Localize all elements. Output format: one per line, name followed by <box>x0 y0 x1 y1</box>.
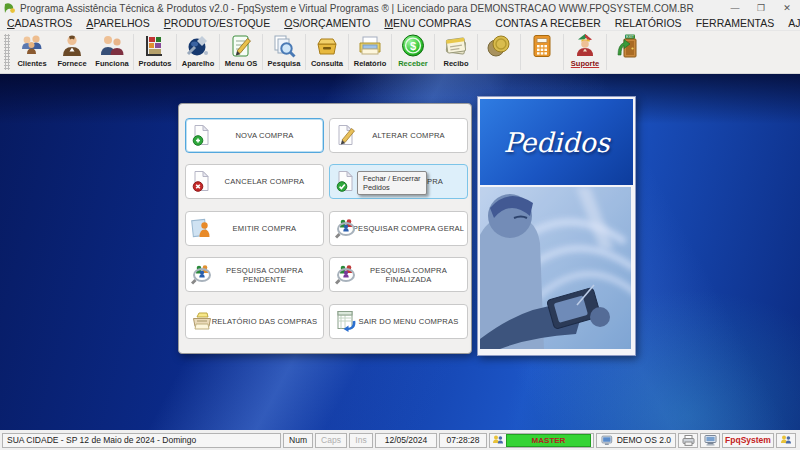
exit-door-icon: EXIT <box>615 33 641 59</box>
pesquisa-compra-pendente-button[interactable]: PESQUISA COMPRA PENDENTE <box>185 257 324 292</box>
menu-compras-dialog: NOVA COMPRA ALTERAR COMPRA CANCELAR COMP… <box>178 103 472 354</box>
toolbar-grip-handle[interactable] <box>4 34 10 70</box>
status-time: 07:28:28 <box>439 433 487 448</box>
menubar: CADASTROS APARELHOS PRODUTO/ESTOQUE OS/O… <box>0 16 800 30</box>
close-button[interactable]: ✕ <box>774 0 800 16</box>
coins-icon <box>486 33 512 59</box>
toolbar-relatorio-button[interactable]: Relatório <box>350 31 390 73</box>
menu-relatorios[interactable]: RELATÓRIOS <box>608 17 689 29</box>
pesquisar-compra-geral-button[interactable]: PESQUISAR COMPRA GERAL <box>329 211 468 246</box>
drawer-icon <box>314 33 340 59</box>
calculator-icon <box>529 33 555 59</box>
alterar-compra-button[interactable]: ALTERAR COMPRA <box>329 118 468 153</box>
toolbar-separator <box>391 34 392 70</box>
device-tools-icon <box>185 33 211 59</box>
pedidos-panel-header: Pedidos <box>480 99 633 185</box>
brand-label: FpqSystem <box>722 433 774 448</box>
menu-os-orcamento[interactable]: OS/ORÇAMENTO <box>277 17 377 29</box>
menu-contas-a-receber[interactable]: CONTAS A RECEBER <box>488 17 607 29</box>
employees-icon <box>99 33 125 59</box>
toolbar-aparelho-button[interactable]: Aparelho <box>178 31 218 73</box>
toolbar-separator <box>176 34 177 70</box>
menu-ferramentas[interactable]: FERRAMENTAS <box>689 17 782 29</box>
titlebar: Programa Assistência Técnica & Produtos … <box>0 0 800 16</box>
toolbar-consulta-button[interactable]: Consulta <box>307 31 347 73</box>
status-version-panel: DEMO OS 2.0 <box>596 433 676 448</box>
toolbar-fornecedor-button[interactable]: Fornece <box>52 31 92 73</box>
toolbar-separator <box>305 34 306 70</box>
user-people-icon <box>492 434 504 446</box>
toolbar-separator <box>219 34 220 70</box>
cancelar-compra-button[interactable]: CANCELAR COMPRA <box>185 164 324 199</box>
status-monitor-panel[interactable] <box>700 433 720 448</box>
search-people-icon <box>335 217 357 239</box>
toolbar-suporte-button[interactable]: Suporte <box>565 31 605 73</box>
toolbar-pesquisa-button[interactable]: Pesquisa <box>264 31 304 73</box>
document-pencil-icon <box>335 124 357 146</box>
status-printer-panel[interactable] <box>678 433 698 448</box>
emit-person-icon <box>191 217 213 239</box>
app-logo-icon <box>4 2 16 14</box>
statusbar: SUA CIDADE - SP 12 de Maio de 2024 - Dom… <box>0 430 800 450</box>
toolbar-separator <box>434 34 435 70</box>
monitor-icon <box>704 435 717 446</box>
nova-compra-button[interactable]: NOVA COMPRA <box>185 118 324 153</box>
toolbar-calculadora-button[interactable] <box>522 31 562 73</box>
toolbar-sair-button[interactable]: EXIT <box>608 31 648 73</box>
status-location: SUA CIDADE - SP 12 de Maio de 2024 - Dom… <box>2 433 281 448</box>
document-plus-icon <box>191 124 213 146</box>
menu-produto-estoque[interactable]: PRODUTO/ESTOQUE <box>157 17 277 29</box>
pedidos-photo <box>480 187 633 349</box>
status-date: 12/05/2024 <box>375 433 437 448</box>
insert-indicator: Ins <box>349 433 373 448</box>
toolbar-clientes-button[interactable]: Clientes <box>12 31 52 73</box>
numlock-indicator: Num <box>283 433 313 448</box>
supplier-icon <box>59 33 85 59</box>
menu-menu-compras[interactable]: MENU COMPRAS <box>377 17 478 29</box>
report-printer-icon <box>357 33 383 59</box>
tooltip: Fechar / Encerrar Pedidos <box>357 171 427 195</box>
pedidos-panel: Pedidos <box>477 96 636 356</box>
pesquisa-compra-finalizada-button[interactable]: PESQUISA COMPRA FINALIZADA <box>329 257 468 292</box>
toolbar: Clientes Fornece Funciona Produt <box>0 30 800 74</box>
status-people-panel[interactable] <box>776 433 796 448</box>
toolbar-separator <box>520 34 521 70</box>
toolbar-funcionario-button[interactable]: Funciona <box>92 31 132 73</box>
search-people-icon <box>335 263 357 285</box>
relatorio-das-compras-button[interactable]: RELATÓRIO DAS COMPRAS <box>185 304 324 339</box>
maximize-button[interactable]: ❐ <box>748 0 774 16</box>
dollar-coin-icon: $ <box>400 33 426 59</box>
capslock-indicator: Caps <box>315 433 347 448</box>
menu-cadastros[interactable]: CADASTROS <box>0 17 79 29</box>
menu-ajuda[interactable]: AJUDA <box>781 17 800 29</box>
printer-icon <box>191 310 213 332</box>
document-check-icon <box>335 170 357 192</box>
toolbar-separator <box>477 34 478 70</box>
toolbar-recibo-button[interactable]: Recibo <box>436 31 476 73</box>
version-label: DEMO OS 2.0 <box>617 435 671 445</box>
clipboard-pencil-icon <box>228 33 254 59</box>
toolbar-separator <box>133 34 134 70</box>
toolbar-produtos-button[interactable]: Produtos <box>135 31 175 73</box>
toolbar-menu-os-button[interactable]: Menu OS <box>221 31 261 73</box>
logged-user-badge: MASTER <box>506 434 591 447</box>
computer-icon <box>601 435 613 446</box>
toolbar-separator <box>606 34 607 70</box>
products-cart-icon <box>142 33 168 59</box>
minimize-button[interactable]: — <box>722 0 748 16</box>
toolbar-separator <box>563 34 564 70</box>
exit-sheet-arrow-icon <box>335 310 357 332</box>
support-person-icon <box>572 33 598 59</box>
document-cancel-icon <box>191 170 213 192</box>
emitir-compra-button[interactable]: EMITIR COMPRA <box>185 211 324 246</box>
pedidos-title: Pedidos <box>503 127 609 158</box>
clients-icon <box>19 33 45 59</box>
toolbar-separator <box>348 34 349 70</box>
window-title: Programa Assistência Técnica & Produtos … <box>20 3 722 14</box>
sair-do-menu-compras-button[interactable]: SAIR DO MENU COMPRAS <box>329 304 468 339</box>
toolbar-receber-button[interactable]: $ Receber <box>393 31 433 73</box>
menu-aparelhos[interactable]: APARELHOS <box>79 17 156 29</box>
toolbar-separator <box>262 34 263 70</box>
toolbar-moedas-button[interactable] <box>479 31 519 73</box>
desktop-background: NOVA COMPRA ALTERAR COMPRA CANCELAR COMP… <box>0 74 800 430</box>
